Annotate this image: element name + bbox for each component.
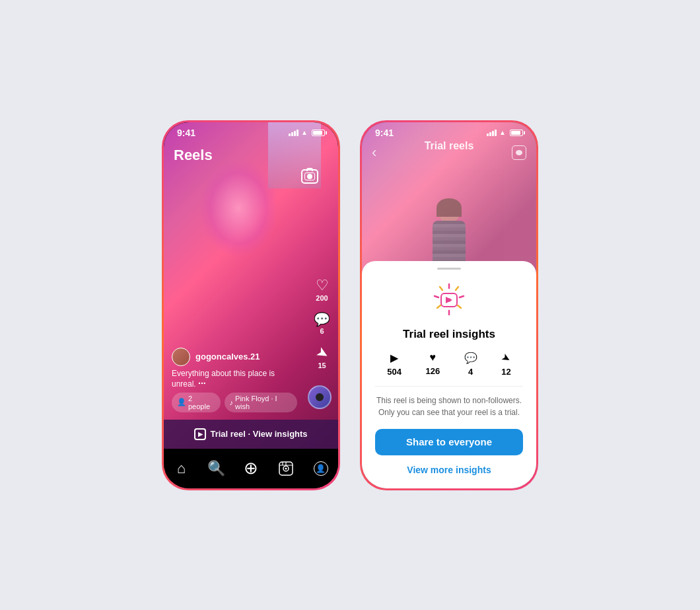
nav-profile[interactable]: 👤 bbox=[309, 457, 333, 480]
svg-marker-16 bbox=[446, 297, 452, 303]
likes-icon: ♥ bbox=[430, 352, 437, 363]
stat-likes: ♥ 126 bbox=[426, 352, 440, 377]
reel-username-row: gogoncalves.21 bbox=[172, 348, 297, 366]
trial-reels-title: Trial reels bbox=[425, 140, 474, 152]
comment-count: 6 bbox=[320, 327, 324, 335]
svg-line-14 bbox=[440, 287, 442, 290]
nav-reels[interactable] bbox=[274, 457, 298, 480]
right-camera-button[interactable] bbox=[512, 145, 526, 160]
stat-comments: 💬 4 bbox=[464, 352, 477, 377]
svg-point-2 bbox=[285, 467, 287, 469]
like-icon: ♡ bbox=[316, 278, 329, 293]
right-header: ‹ Trial reels bbox=[362, 122, 536, 157]
right-phone-screen: 9:41 ▲ bbox=[362, 122, 536, 488]
trial-reel-bar[interactable]: ▶ Trial reel · View insights bbox=[164, 420, 338, 449]
svg-line-9 bbox=[460, 296, 464, 297]
username[interactable]: gogoncalves.21 bbox=[195, 352, 260, 362]
svg-line-13 bbox=[435, 296, 438, 297]
comments-count: 4 bbox=[468, 367, 473, 377]
reel-screen: 9:41 ▲ bbox=[164, 122, 338, 488]
bottom-sheet: Trial reel insights ▶ 504 ♥ 126 💬 bbox=[362, 261, 536, 488]
trial-icon: ▶ bbox=[194, 428, 206, 440]
avatar[interactable] bbox=[172, 348, 190, 366]
sheet-handle bbox=[437, 268, 461, 270]
reel-caption: Everything about this place is unreal. ·… bbox=[172, 369, 297, 389]
camera-button[interactable] bbox=[301, 169, 318, 184]
insights-icon-wrapper bbox=[429, 280, 469, 320]
share-icon: ➤ bbox=[313, 343, 331, 362]
nav-search[interactable]: 🔍 bbox=[204, 457, 228, 480]
people-icon: 👤 bbox=[177, 398, 186, 406]
reel-tags: 👤 2 people ♪ Pink Floyd · I wish bbox=[172, 393, 297, 412]
svg-line-12 bbox=[437, 305, 440, 308]
reel-actions: ♡ 200 💬 6 ➤ 15 bbox=[314, 278, 330, 369]
svg-line-10 bbox=[458, 305, 461, 308]
shares-icon: ➤ bbox=[499, 350, 513, 365]
share-to-everyone-button[interactable]: Share to everyone bbox=[375, 429, 523, 455]
people-tag[interactable]: 👤 2 people bbox=[172, 393, 221, 412]
like-action[interactable]: ♡ 200 bbox=[316, 278, 329, 302]
shares-count: 12 bbox=[501, 367, 510, 377]
music-note-icon: ♪ bbox=[230, 399, 234, 406]
nav-bar: ⌂ 🔍 ⊕ 👤 bbox=[164, 449, 338, 488]
plays-count: 504 bbox=[387, 367, 402, 377]
likes-count: 126 bbox=[426, 366, 440, 376]
left-header: Reels bbox=[164, 122, 338, 167]
music-disc bbox=[308, 385, 332, 409]
left-phone: 9:41 ▲ bbox=[162, 120, 340, 490]
nav-create[interactable]: ⊕ bbox=[239, 457, 263, 480]
trial-reels-screen: 9:41 ▲ bbox=[362, 122, 536, 488]
share-action[interactable]: ➤ 15 bbox=[316, 346, 328, 369]
svg-line-8 bbox=[456, 287, 458, 290]
more-dots[interactable]: ··· bbox=[198, 378, 206, 389]
insights-icon-svg bbox=[429, 280, 469, 320]
comments-icon: 💬 bbox=[464, 352, 477, 364]
back-button[interactable]: ‹ bbox=[372, 145, 376, 160]
music-tag[interactable]: ♪ Pink Floyd · I wish bbox=[225, 393, 297, 412]
nav-home[interactable]: ⌂ bbox=[169, 457, 193, 480]
reel-bottom-content: gogoncalves.21 Everything about this pla… bbox=[164, 348, 305, 412]
reels-title: Reels bbox=[174, 143, 213, 167]
like-count: 200 bbox=[316, 294, 328, 302]
comment-icon: 💬 bbox=[314, 313, 330, 326]
comment-action[interactable]: 💬 6 bbox=[314, 313, 330, 335]
left-phone-screen: 9:41 ▲ bbox=[164, 122, 338, 488]
view-more-insights-button[interactable]: View more insights bbox=[407, 465, 491, 475]
divider bbox=[375, 386, 523, 387]
stats-row: ▶ 504 ♥ 126 💬 4 ➤ 12 bbox=[375, 352, 523, 377]
share-count: 15 bbox=[318, 362, 326, 369]
plays-icon: ▶ bbox=[390, 352, 398, 364]
insights-title: Trial reel insights bbox=[403, 328, 495, 341]
stat-plays: ▶ 504 bbox=[387, 352, 402, 377]
right-phone: 9:41 ▲ bbox=[360, 120, 538, 490]
stat-shares: ➤ 12 bbox=[501, 352, 510, 377]
info-text: This reel is being shown to non-follower… bbox=[376, 395, 522, 418]
trial-bar-text: Trial reel · View insights bbox=[210, 429, 307, 439]
